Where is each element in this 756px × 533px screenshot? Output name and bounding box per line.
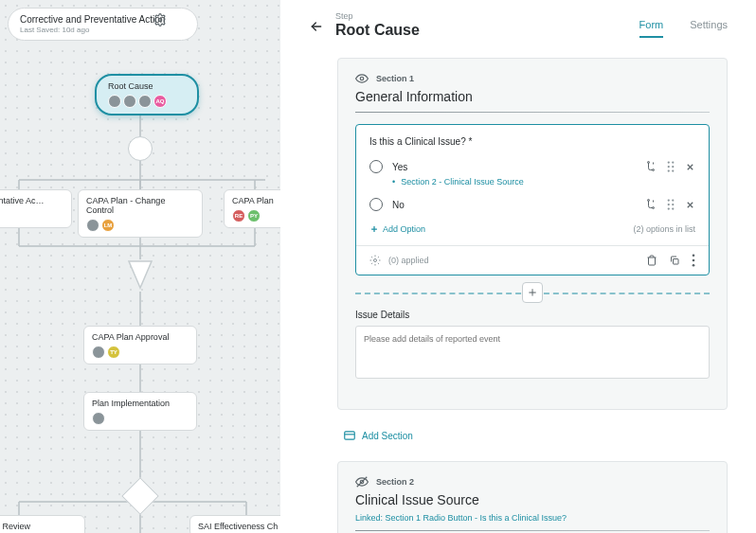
plus-icon [369, 224, 379, 234]
more-icon[interactable] [692, 254, 695, 267]
svg-point-22 [668, 161, 670, 163]
svg-point-23 [672, 161, 674, 163]
section-1-card: Section 1 General Information Is this a … [337, 58, 728, 410]
svg-point-30 [668, 199, 670, 201]
node-approval[interactable]: CAPA Plan Approval TY [83, 326, 197, 364]
node-label: CAPA Plan [232, 196, 280, 205]
panel-header: Step Root Cause Form Settings [309, 11, 728, 39]
copy-icon[interactable] [669, 255, 680, 266]
svg-point-33 [672, 204, 674, 205]
drag-handle-icon[interactable] [666, 199, 675, 210]
eye-icon [355, 72, 369, 85]
issue-details-block: Issue Details [355, 310, 710, 382]
gateway-circle[interactable] [128, 136, 153, 161]
tab-settings[interactable]: Settings [690, 19, 728, 38]
node-capa-plan[interactable]: CAPA Plan REPY [224, 189, 280, 228]
add-section-icon [343, 429, 356, 442]
node-label: Preventative Ac… [0, 196, 63, 205]
svg-point-0 [158, 18, 162, 22]
svg-point-38 [693, 254, 695, 257]
branch-icon[interactable] [645, 161, 657, 172]
svg-point-36 [374, 259, 377, 262]
panel-tabs: Form Settings [639, 11, 728, 38]
tab-form[interactable]: Form [639, 19, 664, 38]
gear-icon[interactable] [369, 255, 381, 266]
workflow-canvas[interactable]: Corrective and Preventative Action Last … [0, 0, 280, 533]
svg-point-34 [668, 207, 670, 209]
eye-off-icon [355, 475, 369, 489]
add-option-button[interactable]: Add Option [369, 224, 425, 234]
close-icon[interactable] [685, 200, 695, 210]
svg-point-27 [672, 169, 674, 171]
option-yes-row[interactable]: Yes [369, 156, 695, 177]
svg-point-25 [672, 166, 674, 168]
section-2-card: Section 2 Clinical Issue Source Linked: … [337, 461, 728, 533]
node-label: Root Cause [108, 81, 186, 91]
svg-point-40 [693, 264, 695, 267]
trash-icon[interactable] [646, 255, 657, 266]
node-implementation[interactable]: Plan Implementation [83, 392, 197, 431]
canvas-title-chip: Corrective and Preventative Action Last … [8, 8, 198, 41]
section-2-header: Section 2 [355, 475, 710, 489]
node-label: lity Review [0, 522, 77, 531]
divider [355, 112, 710, 113]
svg-point-26 [668, 169, 670, 171]
node-label: SAI Effectiveness Ch [198, 522, 280, 531]
option-label: Yes [392, 162, 636, 172]
svg-point-39 [693, 259, 695, 262]
drag-handle-icon[interactable] [666, 161, 675, 172]
radio-icon[interactable] [369, 198, 383, 211]
section-linked-text[interactable]: Linked: Section 1 Radio Button - Is this… [355, 513, 710, 523]
node-root-cause[interactable]: Root Cause AQ [95, 74, 199, 115]
step-label: Step [335, 11, 420, 21]
gateway-diamond[interactable] [121, 477, 159, 515]
svg-rect-37 [674, 259, 679, 265]
svg-point-19 [360, 77, 364, 80]
insert-field-button[interactable]: ＋ [522, 282, 543, 303]
gateway-triangle[interactable] [127, 259, 153, 290]
option-label: No [392, 200, 636, 210]
branch-icon[interactable] [645, 199, 657, 210]
node-label: CAPA Plan Approval [92, 332, 189, 342]
svg-point-32 [668, 204, 670, 205]
svg-point-24 [668, 166, 670, 168]
node-avatars: AQ [108, 95, 186, 108]
node-preventative[interactable]: Preventative Ac… [0, 189, 72, 228]
settings-icon[interactable] [152, 11, 169, 28]
add-section-label: Add Section [362, 431, 413, 441]
option-no-row[interactable]: No [369, 194, 695, 215]
svg-point-31 [672, 199, 674, 201]
last-saved-text: Last Saved: 10d ago [20, 26, 165, 34]
step-editor-panel: Step Root Cause Form Settings Section 1 … [280, 0, 756, 533]
section-1-header: Section 1 [355, 72, 710, 85]
plus-icon: ＋ [526, 284, 539, 301]
node-change-control[interactable]: CAPA Plan - Change Control LM [78, 189, 203, 238]
radio-icon[interactable] [369, 160, 383, 173]
svg-marker-18 [129, 261, 152, 288]
applied-count: (0) applied [388, 256, 429, 265]
field-label: Issue Details [355, 310, 710, 320]
close-icon[interactable] [685, 162, 695, 172]
node-sai-effectiveness[interactable]: SAI Effectiveness Ch [189, 515, 280, 533]
option-yes-link[interactable]: Section 2 - Clinical Issue Source [392, 177, 695, 187]
option-count: (2) options in list [633, 224, 695, 234]
section-2-title: Clinical Issue Source [355, 492, 710, 507]
workflow-title: Corrective and Preventative Action [20, 14, 165, 25]
back-arrow-icon[interactable] [309, 19, 324, 34]
add-section-button[interactable]: Add Section [343, 429, 728, 442]
section-1-title: General Information [355, 89, 710, 104]
node-quality-review[interactable]: lity Review [0, 515, 85, 533]
section-badge: Section 1 [376, 74, 414, 83]
divider [355, 530, 710, 531]
question-footer: (0) applied [356, 245, 709, 275]
question-card[interactable]: Is this a Clinical Issue? * Yes Section … [355, 124, 710, 275]
node-label: Plan Implementation [92, 399, 189, 408]
insert-field-row: ＋ [355, 279, 710, 306]
step-title: Root Cause [335, 22, 420, 39]
node-label: CAPA Plan - Change Control [86, 196, 194, 215]
issue-details-input[interactable] [355, 326, 710, 379]
section-badge: Section 2 [376, 477, 414, 487]
svg-point-35 [672, 207, 674, 209]
add-option-label: Add Option [383, 224, 425, 234]
question-title: Is this a Clinical Issue? * [369, 136, 695, 147]
